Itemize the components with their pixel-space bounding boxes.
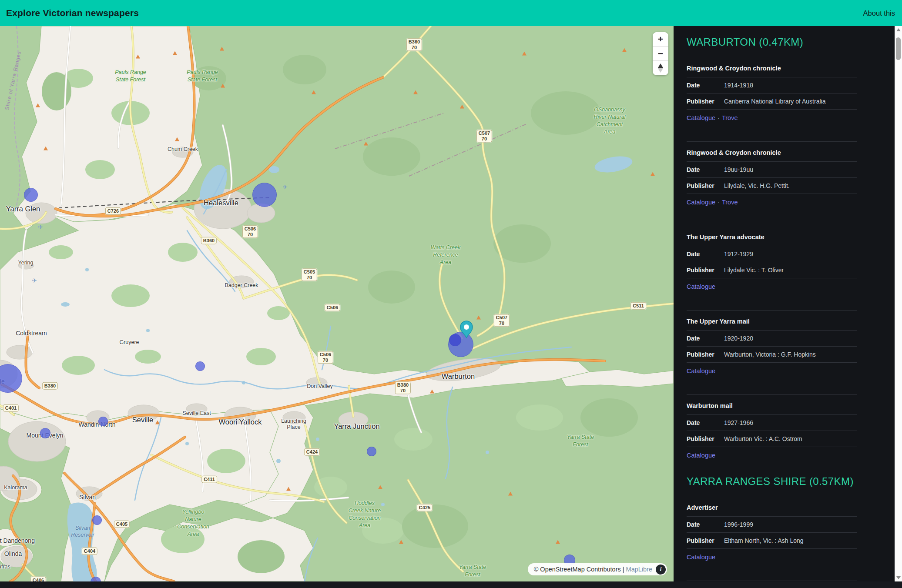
sidebar-scrollbar[interactable] <box>895 26 902 581</box>
entry-links: Catalogue <box>687 447 857 460</box>
cluster-marker[interactable] <box>98 417 108 426</box>
cluster-marker[interactable] <box>92 515 102 525</box>
peak-icon <box>399 540 403 544</box>
entry-links: Catalogue·Trove <box>687 194 857 207</box>
link-catalogue[interactable]: Catalogue <box>687 283 715 290</box>
row-label-date: Date <box>687 335 724 342</box>
link-separator: · <box>718 199 720 206</box>
cluster-marker[interactable] <box>40 428 50 438</box>
road-shield-c505-70: C505 70 <box>302 268 317 281</box>
zoom-out-button[interactable]: − <box>653 47 668 61</box>
compass-button[interactable] <box>653 61 668 75</box>
maplibre-link[interactable]: MapLibre <box>626 566 652 573</box>
scrollbar-thumb[interactable] <box>896 37 901 60</box>
row-label-date: Date <box>687 419 724 426</box>
road-shield-c507-70: C507 70 <box>494 314 510 327</box>
row-label-publisher: Publisher <box>687 182 724 189</box>
row-label-date: Date <box>687 251 724 257</box>
entry-row-date: Date1912-1929 <box>687 246 857 262</box>
scroll-up-arrow-icon[interactable] <box>895 26 902 33</box>
row-label-publisher: Publisher <box>687 351 724 358</box>
map-attribution: © OpenStreetMap Contributors | MapLibre … <box>528 563 667 575</box>
peak-icon <box>460 105 464 109</box>
entry-row-date: Date1920-1920 <box>687 331 857 347</box>
road-shield-b360: B360 <box>201 237 217 244</box>
entry-links: Catalogue·Trove <box>687 110 857 122</box>
section-gap <box>687 469 895 475</box>
row-label-date: Date <box>687 82 724 89</box>
row-label-publisher: Publisher <box>687 435 724 442</box>
row-value-date: 1914-1918 <box>724 82 753 89</box>
cluster-marker[interactable] <box>252 183 277 207</box>
row-value-publisher: Lilydale Vic. : T. Oliver <box>724 267 784 274</box>
airport-icon: ✈ <box>38 224 43 231</box>
cluster-marker[interactable] <box>367 447 376 456</box>
results-sidebar: WARBURTON (0.47KM)Ringwood & Croydon chr… <box>674 26 895 581</box>
entry-title: The Upper Yarra mail <box>687 318 857 331</box>
peak-icon <box>476 316 481 320</box>
scroll-down-arrow-icon[interactable] <box>895 574 902 581</box>
link-trove[interactable]: Trove <box>722 114 738 121</box>
entry-row-date: Date1927-1966 <box>687 415 857 431</box>
road-shield-c511: C511 <box>630 302 646 310</box>
attribution-info-icon[interactable]: i <box>656 565 666 575</box>
link-catalogue[interactable]: Catalogue <box>687 452 715 459</box>
peak-icon <box>175 137 179 141</box>
peak-icon <box>221 84 225 88</box>
link-catalogue[interactable]: Catalogue <box>687 368 715 374</box>
road-shield-c424: C424 <box>304 448 320 456</box>
peak-icon <box>286 487 291 491</box>
cluster-marker[interactable] <box>24 188 38 202</box>
link-trove[interactable]: Trove <box>722 199 738 206</box>
entry-row-publisher: PublisherEltham North, Vic. : Ash Long <box>687 533 857 549</box>
peak-icon <box>508 492 513 496</box>
peak-icon <box>36 104 40 107</box>
link-catalogue[interactable]: Catalogue <box>687 199 715 206</box>
map-view[interactable]: Yarra GlenHealesvilleYeringColdstreamGru… <box>0 26 674 581</box>
newspaper-entry: The Upper Yarra mailDate1920-1920Publish… <box>687 310 857 375</box>
link-separator: · <box>718 114 720 121</box>
peak-icon <box>430 390 434 394</box>
peak-icon <box>155 421 160 424</box>
link-catalogue[interactable]: Catalogue <box>687 114 715 121</box>
link-catalogue[interactable]: Catalogue <box>687 554 715 561</box>
row-label-publisher: Publisher <box>687 98 724 105</box>
newspaper-entry: The Upper Yarra advocateDate1912-1929Pub… <box>687 226 857 291</box>
road-shield-c506: C506 <box>325 304 340 311</box>
peak-icon <box>378 485 382 489</box>
section-entries: AdvertiserDate1996-1999PublisherEltham N… <box>687 504 857 581</box>
newspaper-entry: AdvertiserDate1996-1999PublisherEltham N… <box>687 504 857 561</box>
entry-title: Ringwood & Croydon chronicle <box>687 149 857 162</box>
selected-location-pin-icon[interactable] <box>459 320 474 340</box>
row-value-date: 1927-1966 <box>724 419 753 426</box>
road-shield-b380: B380 <box>42 382 58 390</box>
entry-row-publisher: PublisherWarburton Vic. : A.C. Ostrom <box>687 431 857 447</box>
airport-icon: ✈ <box>282 184 288 190</box>
road-shield-b380-70: B380 70 <box>395 381 411 394</box>
row-label-date: Date <box>687 521 724 528</box>
row-value-publisher: Warburton, Victoria : G.F. Hopkins <box>724 351 816 358</box>
entry-title: The Upper Yarra advocate <box>687 234 857 246</box>
row-value-date: 1996-1999 <box>724 521 753 528</box>
entry-row-publisher: PublisherCanberra National Library of Au… <box>687 94 857 110</box>
app-header: Explore Victorian newspapers About this <box>0 0 902 26</box>
entry-row-date: Date1914-1918 <box>687 77 857 94</box>
entry-row-publisher: PublisherLilydale Vic. : T. Oliver <box>687 262 857 278</box>
peak-icon <box>622 48 627 52</box>
road-shield-c411: C411 <box>201 476 217 483</box>
road-shield-c405: C405 <box>114 521 130 528</box>
nav-about-link[interactable]: About this <box>863 9 895 17</box>
entry-row-publisher: PublisherLilydale, Vic. H.G. Pettit. <box>687 178 857 194</box>
entry-row-publisher: PublisherWarburton, Victoria : G.F. Hopk… <box>687 347 857 363</box>
cluster-marker[interactable] <box>195 361 205 371</box>
attribution-text: © OpenStreetMap Contributors | <box>534 566 624 573</box>
row-value-publisher: Lilydale, Vic. H.G. Pettit. <box>724 182 790 189</box>
section-heading-warburton-0-47km: WARBURTON (0.47KM) <box>687 36 895 48</box>
zoom-in-button[interactable]: + <box>653 32 668 47</box>
entry-links: Catalogue <box>687 549 857 561</box>
road-shield-c404: C404 <box>82 548 97 555</box>
peak-icon <box>173 51 177 55</box>
entry-row-date: Date1996-1999 <box>687 517 857 533</box>
section-heading-yarra-ranges-shire-0-57km: YARRA RANGES SHIRE (0.57KM) <box>687 475 895 488</box>
peak-icon <box>136 55 140 59</box>
